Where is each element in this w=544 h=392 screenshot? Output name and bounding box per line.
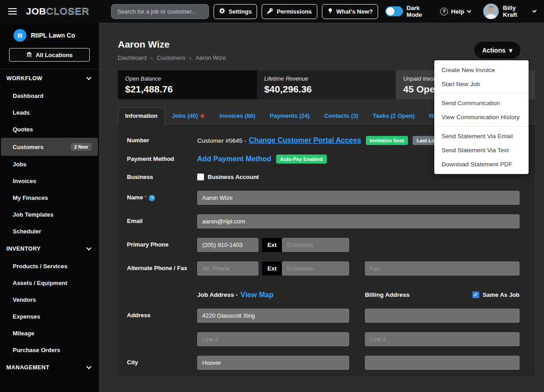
sidebar-section-management[interactable]: MANAGEMENT [0, 358, 99, 377]
sidebar-item-assets-equipment[interactable]: Assets / Equipment [1, 275, 98, 291]
workflow-nav: Dashboard Leads Quotes Customers 2 New J… [0, 87, 99, 240]
breadcrumb-current: Aaron Wize [195, 54, 226, 61]
chevron-down-icon [532, 8, 537, 13]
menu-divider [434, 126, 529, 127]
fax-input[interactable] [365, 261, 520, 276]
page-title: Aaron Wize [118, 39, 535, 50]
tab-information[interactable]: Information [118, 107, 165, 124]
billing-address-heading: Billing Address [365, 291, 410, 298]
tab-contacts[interactable]: Contacts (3) [317, 107, 365, 124]
logo-text-light: CLOSER [46, 6, 89, 17]
name-input[interactable] [197, 191, 520, 205]
tab-payments[interactable]: Payments (24) [262, 107, 317, 124]
inventory-section-label: INVENTORY [6, 246, 41, 252]
info-icon[interactable]: ? [149, 195, 155, 201]
chevron-down-icon [467, 8, 471, 13]
app-logo: JOBCLOSER [26, 6, 89, 17]
ext-label: Ext [262, 238, 282, 252]
permissions-label: Permissions [277, 8, 311, 15]
portal-access-link[interactable]: Change Customer Portal Access [249, 136, 361, 145]
required-icon: * [144, 194, 146, 201]
actions-button[interactable]: Actions ▾ [474, 42, 520, 58]
sidebar-item-purchase-orders[interactable]: Purchase Orders [1, 342, 98, 358]
menu-item-view-communication-history[interactable]: View Communication History [434, 110, 529, 124]
menu-item-download-statement-pdf[interactable]: Download Statement PDF [434, 157, 529, 171]
sidebar-item-mileage[interactable]: Mileage [1, 325, 98, 342]
workflow-section-label: WORKFLOW [6, 75, 43, 82]
email-row: Email [127, 214, 520, 228]
stat-lifetime-revenue: Lifetime Revenue $40,296.36 [257, 70, 396, 99]
number-label: Number [127, 136, 197, 145]
breadcrumb-customers[interactable]: Customers [157, 54, 185, 61]
sidebar-item-quotes[interactable]: Quotes [1, 121, 98, 138]
company-name: RIIPL Lawn Co [31, 32, 75, 39]
inventory-nav: Products / Services Assets / Equipment V… [0, 258, 99, 358]
menu-item-create-new-invoice[interactable]: Create New Invoice [434, 63, 529, 77]
job-city-input[interactable] [197, 356, 349, 370]
company-header[interactable]: R RIIPL Lawn Co [0, 29, 99, 42]
sidebar-item-my-finances[interactable]: My Finances [1, 189, 98, 206]
address-row: Address [127, 309, 520, 323]
star-icon: ★ [200, 112, 205, 119]
same-as-job-label: Same As Job [483, 291, 520, 298]
tab-invoices[interactable]: Invoices (66) [212, 107, 262, 124]
breadcrumb-dashboard[interactable]: Dashboard [118, 54, 147, 61]
alt-extension-input[interactable] [282, 261, 349, 276]
menu-divider [434, 93, 529, 94]
top-navbar: JOBCLOSER Settings Permissions What's Ne… [0, 0, 544, 23]
whats-new-button[interactable]: What's New? [322, 4, 378, 19]
menu-item-send-statement-text[interactable]: Send Statement Via Text [434, 143, 529, 157]
chevron-down-icon [86, 245, 91, 250]
primary-phone-row: Primary Phone Ext [127, 238, 520, 252]
job-line2-input[interactable] [197, 332, 349, 346]
job-address-input[interactable] [197, 309, 349, 323]
lightbulb-icon [327, 8, 333, 15]
same-as-job-checkbox[interactable]: ✓ [472, 291, 479, 298]
tab-jobs[interactable]: Jobs (40)★ [165, 107, 213, 124]
sidebar-section-workflow[interactable]: WORKFLOW [0, 69, 99, 87]
settings-button[interactable]: Settings [214, 4, 257, 19]
dark-mode-label: Dark Mode [407, 5, 436, 18]
business-account-checkbox[interactable] [197, 174, 204, 180]
primary-extension-input[interactable] [282, 238, 349, 252]
dark-mode-toggle[interactable] [385, 6, 403, 16]
sidebar-item-leads[interactable]: Leads [1, 104, 98, 121]
search-input[interactable] [111, 4, 209, 19]
email-input[interactable] [197, 214, 520, 228]
invitation-sent-badge: Invitation Sent [366, 136, 408, 145]
sidebar-section-inventory[interactable]: INVENTORY [0, 240, 99, 258]
stat-open-balance: Open Balance $21,488.76 [118, 70, 257, 99]
chevron-down-icon [86, 75, 91, 80]
caret-down-icon: ▾ [509, 47, 512, 54]
menu-item-start-new-job[interactable]: Start New Job [434, 77, 529, 91]
sidebar-item-expenses[interactable]: Expenses [1, 308, 98, 325]
permissions-button[interactable]: Permissions [262, 4, 317, 19]
primary-phone-label: Primary Phone [127, 241, 197, 249]
sidebar-item-customers[interactable]: Customers 2 New [1, 138, 98, 156]
sidebar-item-invoices[interactable]: Invoices [1, 173, 98, 189]
add-payment-method-link[interactable]: Add Payment Method [197, 155, 272, 163]
user-menu[interactable]: Billy Kraft [483, 4, 536, 19]
billing-line2-input[interactable] [365, 332, 520, 346]
primary-phone-input[interactable] [197, 238, 258, 252]
alt-phone-input[interactable] [197, 261, 258, 276]
view-map-link[interactable]: View Map [241, 291, 274, 299]
all-locations-button[interactable]: All Locations [9, 48, 90, 62]
menu-item-send-statement-email[interactable]: Send Statement Via Email [434, 129, 529, 143]
name-row: Name*? [127, 191, 520, 205]
billing-address-input[interactable] [365, 309, 520, 323]
sidebar-item-dashboard[interactable]: Dashboard [1, 87, 98, 104]
sidebar-item-job-templates[interactable]: Job Templates [1, 206, 98, 223]
help-menu[interactable]: ? Help [440, 8, 471, 15]
alt-phone-label: Alternate Phone / Fax [127, 264, 197, 272]
help-icon: ? [440, 8, 448, 15]
tab-tasks[interactable]: Tasks (2 Open) [365, 107, 422, 124]
help-label: Help [451, 8, 464, 15]
sidebar-item-scheduler[interactable]: Scheduler [1, 223, 98, 240]
sidebar-item-vendors[interactable]: Vendors [1, 291, 98, 308]
menu-item-send-communication[interactable]: Send Communication [434, 96, 529, 110]
sidebar-item-products-services[interactable]: Products / Services [1, 258, 98, 275]
billing-city-input[interactable] [365, 356, 520, 370]
sidebar-item-jobs[interactable]: Jobs [1, 156, 98, 173]
hamburger-menu-icon[interactable] [8, 8, 17, 15]
